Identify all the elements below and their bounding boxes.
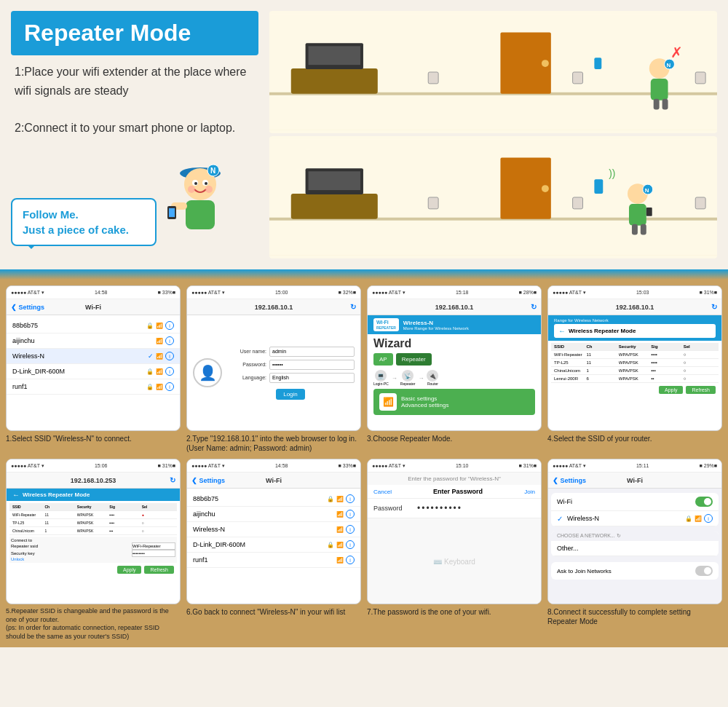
screens-row2-section: ●●●●● AT&T ▾ 15:06 ■ 31%■ 192.168.10.253…	[0, 456, 728, 647]
keyboard-area: ⌨️ Keyboard	[368, 518, 541, 604]
list-item[interactable]: D-Link_DIR-600M 🔒 📶 i	[187, 537, 360, 553]
cancel-button[interactable]: Cancel	[373, 489, 392, 495]
router-step-icon: 🔌	[427, 370, 438, 382]
password-field[interactable]: ••••••	[269, 360, 355, 370]
screen-item-6: ●●●●● AT&T ▾ 14:58 ■ 33%■ ❮ Settings Wi-…	[186, 459, 361, 641]
statusbar-2: ●●●●● AT&T ▾ 15:00 ■ 32%■	[187, 286, 360, 299]
repeater-step-icon: 📡	[402, 370, 414, 382]
svg-rect-52	[632, 224, 638, 235]
table-row[interactable]: ChinaUnicom 1 WPA/PSK ▪▪▪ ○	[9, 527, 177, 535]
title-box: Repeater Mode	[11, 11, 258, 55]
phone-header-8: ❮ Settings Wi-Fi	[548, 473, 721, 489]
table-row[interactable]: Lenrui-200R 6 WPA/PSK ▪▪ ○	[551, 375, 719, 383]
statusbar-8: ●●●●● AT&T ▾ 15:11 ■ 29%■	[548, 459, 721, 473]
apply-button-5[interactable]: Apply	[117, 566, 142, 574]
screen-item-7: ●●●●● AT&T ▾ 15:10 ■ 31%■ Enter the pass…	[367, 459, 542, 641]
language-select[interactable]: English	[269, 373, 355, 383]
table-row[interactable]: TP-L25 11 WPA/PSK ▪▪▪▪ ○	[9, 519, 177, 527]
wifi-toggle-switch[interactable]	[695, 497, 713, 507]
username-field[interactable]: admin	[269, 347, 355, 357]
ask-join-toggle[interactable]	[695, 566, 713, 576]
info-icon[interactable]: i	[346, 510, 355, 518]
svg-text:N: N	[210, 167, 215, 175]
list-item[interactable]: 88b6b75 🔒 📶 i	[7, 318, 180, 333]
reload-button[interactable]: ↻	[350, 303, 356, 311]
password-prompt: Enter the password for "Wireless-N"	[368, 473, 541, 485]
list-item[interactable]: 88b6b75 🔒 📶 i	[187, 491, 360, 507]
statusbar-7: ●●●●● AT&T ▾ 15:10 ■ 31%■	[368, 459, 541, 473]
info-icon[interactable]: i	[346, 525, 355, 534]
svg-point-8	[205, 186, 213, 193]
info-icon[interactable]: i	[165, 321, 174, 330]
apply-button-4[interactable]: Apply	[659, 386, 684, 394]
reload-button-4[interactable]: ↻	[711, 303, 717, 311]
repeater-header: ← Wireless Repeater Mode	[7, 489, 180, 501]
ap-button[interactable]: AP	[373, 353, 393, 366]
svg-rect-33	[662, 99, 668, 110]
speech-bubble: Follow Me. Just a piece of cake.	[11, 198, 157, 246]
table-row[interactable]: WiFi-Repeater 11 WPA/PSK ▪▪▪▪ ●	[9, 511, 177, 519]
phone-header-5: 192.168.10.253 ↻	[7, 473, 180, 489]
list-item[interactable]: D-Link_DIR-600M 🔒 📶 i	[7, 364, 180, 379]
table-row[interactable]: WiFi-Repeater 11 WPA/PSK ▪▪▪▪ ○	[551, 351, 719, 359]
back-button-6[interactable]: ❮ Settings	[191, 477, 225, 484]
unlock-link[interactable]: Unlock	[11, 557, 175, 561]
svg-rect-18	[291, 68, 378, 94]
svg-rect-37	[291, 194, 378, 219]
lock-icon: 🔒	[327, 542, 334, 548]
list-item[interactable]: runf1 📶 i	[187, 553, 360, 568]
info-icon[interactable]: i	[165, 367, 174, 376]
network-item-connected[interactable]: ✓ Wireless-N 🔒 📶 i	[551, 511, 719, 526]
screen-caption-6: 6.Go back to connect "Wireless-N" in you…	[186, 607, 361, 617]
list-item[interactable]: aijinchu 📶 i	[7, 333, 180, 349]
list-item[interactable]: runf1 🔒 📶 i	[7, 379, 180, 395]
info-icon[interactable]: i	[346, 556, 355, 564]
list-item[interactable]: Wireless-N 📶 i	[187, 522, 360, 537]
statusbar-4: ●●●●● AT&T ▾ 15:03 ■ 31%■	[548, 286, 721, 299]
avatar: 👤	[193, 358, 222, 387]
login-button[interactable]: Login	[276, 389, 305, 400]
table-row[interactable]: ChinaUnicom 1 WPA/PSK ▪▪▪ ○	[551, 367, 719, 375]
info-icon[interactable]: i	[704, 514, 713, 523]
phone-header-2: 192.168.10.1 ↻	[187, 299, 360, 315]
screen-item-4: ●●●●● AT&T ▾ 15:03 ■ 31%■ 192.168.10.1 ↻…	[547, 285, 722, 453]
screens-row1-section: ●●●●● AT&T ▾ 14:58 ■ 33%■ ❮ Settings Wi-…	[0, 280, 728, 456]
reload-button-5[interactable]: ↻	[170, 476, 175, 484]
back-button-8[interactable]: ❮ Settings	[553, 477, 586, 484]
svg-rect-41	[573, 197, 583, 209]
svg-rect-32	[654, 99, 660, 110]
repeater-button[interactable]: Repeater	[396, 353, 432, 366]
refresh-button-4[interactable]: Refresh	[686, 386, 716, 394]
screen-item-8: ●●●●● AT&T ▾ 15:11 ■ 29%■ ❮ Settings Wi-…	[547, 459, 722, 641]
info-icon[interactable]: i	[165, 336, 174, 345]
refresh-button-5[interactable]: Refresh	[144, 566, 174, 574]
svg-rect-22	[573, 72, 583, 84]
reload-button-3[interactable]: ↻	[531, 303, 537, 311]
phone-screen-6: ●●●●● AT&T ▾ 14:58 ■ 33%■ ❮ Settings Wi-…	[186, 459, 361, 604]
repeater-ssid-input[interactable]	[132, 542, 175, 550]
main-container: Repeater Mode 1:Place your wifi extender…	[0, 0, 728, 707]
info-icon[interactable]: i	[346, 494, 355, 503]
wizard-content: Wi·FiREPEATER Wireless-N More Range for …	[368, 315, 541, 430]
info-icon[interactable]: i	[165, 352, 174, 360]
svg-rect-12	[169, 208, 175, 217]
list-item[interactable]: aijinchu 📶 i	[187, 507, 360, 522]
security-key-input[interactable]	[132, 550, 175, 557]
wifi-signal-icon: 📶	[695, 516, 702, 522]
login-form-container: 👤 User name: admin Password: ••••••	[187, 315, 360, 430]
screen-caption-5: 5.Repeater SSID is changeable and the pa…	[6, 607, 181, 641]
table-row[interactable]: TP-L25 11 WPA/PSK ▪▪▪▪ ○	[551, 359, 719, 367]
info-icon[interactable]: i	[165, 382, 174, 391]
svg-rect-42	[695, 197, 705, 209]
phone-header-6: ❮ Settings Wi-Fi	[187, 473, 360, 489]
list-item[interactable]: Wireless-N ✓ 📶 i	[7, 349, 180, 364]
join-button[interactable]: Join	[524, 489, 535, 495]
password-field-row: Password ••••••••••	[368, 499, 541, 518]
svg-rect-21	[428, 72, 438, 84]
svg-text:)): ))	[609, 167, 615, 179]
screen-item-5: ●●●●● AT&T ▾ 15:06 ■ 31%■ 192.168.10.253…	[6, 459, 181, 641]
login-form: User name: admin Password: •••••• Langua…	[226, 347, 355, 400]
info-icon[interactable]: i	[346, 540, 355, 549]
back-button-1[interactable]: ❮ Settings	[11, 304, 44, 311]
other-network-row[interactable]: Other...	[551, 541, 719, 556]
